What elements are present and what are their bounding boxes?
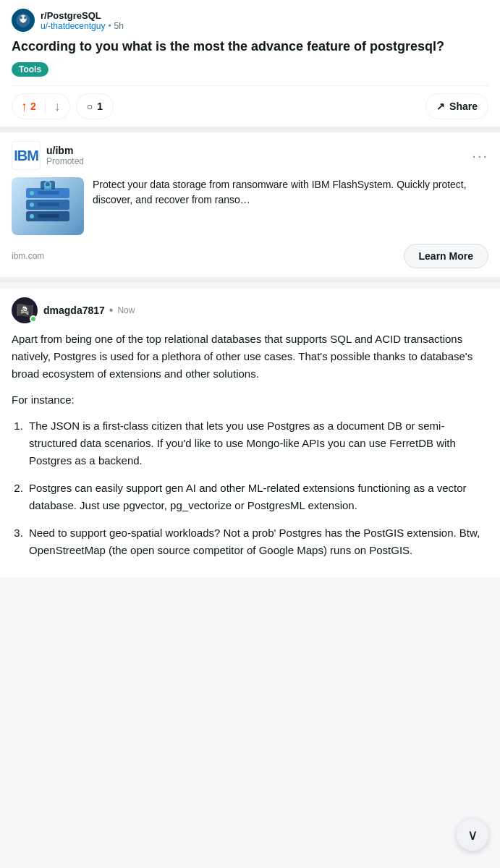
post-time: 5h: [114, 21, 124, 31]
svg-point-12: [30, 191, 34, 195]
upvote-button[interactable]: ↑ 2: [12, 94, 45, 119]
svg-point-4: [21, 18, 25, 23]
comment-bubble-icon: ○: [87, 101, 93, 112]
svg-point-9: [30, 203, 34, 207]
comment-list: The JSON is a first-class citizen that l…: [12, 417, 488, 559]
comment-header: 🏴‍☠️ dmagda7817 • Now: [12, 297, 488, 323]
ad-footer: ibm.com Learn More: [12, 244, 488, 268]
chevron-down-icon: ∨: [467, 826, 478, 843]
comment-count: 1: [97, 101, 103, 112]
svg-rect-7: [38, 214, 59, 218]
comment-card: 🏴‍☠️ dmagda7817 • Now Apart from being o…: [0, 289, 500, 578]
ad-domain: ibm.com: [12, 251, 44, 261]
upvote-count: 2: [30, 101, 36, 112]
ad-meta: u/ibm Promoted: [46, 145, 84, 166]
scroll-down-button[interactable]: ∨: [457, 819, 488, 851]
vote-bar: ↑ 2 ↓ ○ 1 ↗ Share: [12, 85, 488, 127]
list-item: The JSON is a first-class citizen that l…: [26, 417, 488, 469]
ad-username[interactable]: u/ibm: [46, 145, 84, 156]
avatar: 🏴‍☠️: [12, 297, 38, 323]
ad-promoted-label: Promoted: [46, 156, 84, 166]
ad-description: Protect your data storage from ransomwar…: [93, 177, 488, 207]
comment-author-name[interactable]: dmagda7817: [43, 305, 105, 316]
svg-point-6: [30, 214, 34, 218]
post-title: According to you what is the most the ad…: [12, 38, 488, 55]
comment-paragraph-2: For instance:: [12, 391, 488, 409]
post-meta: r/PostgreSQL u/-thatdecentguy • 5h: [41, 10, 124, 31]
subreddit-logo[interactable]: [12, 9, 35, 32]
ad-card: IBM u/ibm Promoted ···: [0, 132, 500, 277]
section-divider-2: [0, 277, 500, 283]
post-header: r/PostgreSQL u/-thatdecentguy • 5h: [12, 9, 488, 32]
downvote-button[interactable]: ↓: [46, 94, 69, 119]
ibm-logo-text: IBM: [14, 148, 38, 164]
downvote-arrow-icon: ↓: [54, 100, 61, 113]
list-item: Need to support geo-spatial workloads? N…: [26, 524, 488, 559]
ad-body: Protect your data storage from ransomwar…: [12, 177, 488, 235]
ad-image: [12, 177, 84, 235]
ad-more-options[interactable]: ···: [472, 148, 488, 164]
svg-rect-10: [38, 203, 59, 206]
comment-body: Apart from being one of the top relation…: [12, 331, 488, 559]
ad-user: IBM u/ibm Promoted: [12, 141, 84, 170]
ad-image-graphic: [19, 181, 77, 231]
ibm-logo: IBM: [12, 141, 41, 170]
comment-button[interactable]: ○ 1: [76, 93, 114, 119]
share-button[interactable]: ↗ Share: [425, 93, 488, 119]
upvote-arrow-icon: ↑: [21, 100, 27, 113]
subreddit-name[interactable]: r/PostgreSQL: [41, 10, 124, 21]
post-author[interactable]: u/-thatdecentguy: [41, 21, 105, 31]
list-item: Postgres can easily support gen AI and o…: [26, 480, 488, 514]
svg-rect-13: [38, 191, 59, 195]
post-author-line: u/-thatdecentguy • 5h: [41, 21, 124, 31]
vote-group: ↑ 2 ↓: [12, 93, 70, 119]
post-flair[interactable]: Tools: [12, 62, 48, 77]
learn-more-button[interactable]: Learn More: [404, 244, 488, 268]
comment-author-meta: dmagda7817 • Now: [43, 304, 135, 317]
ad-header: IBM u/ibm Promoted ···: [12, 141, 488, 170]
share-icon: ↗: [436, 101, 445, 112]
post-card: r/PostgreSQL u/-thatdecentguy • 5h Accor…: [0, 0, 500, 127]
section-divider: [0, 127, 500, 132]
share-label: Share: [449, 101, 478, 112]
comment-time: Now: [117, 305, 135, 315]
online-status-dot: [30, 315, 37, 323]
comment-paragraph-1: Apart from being one of the top relation…: [12, 331, 488, 383]
